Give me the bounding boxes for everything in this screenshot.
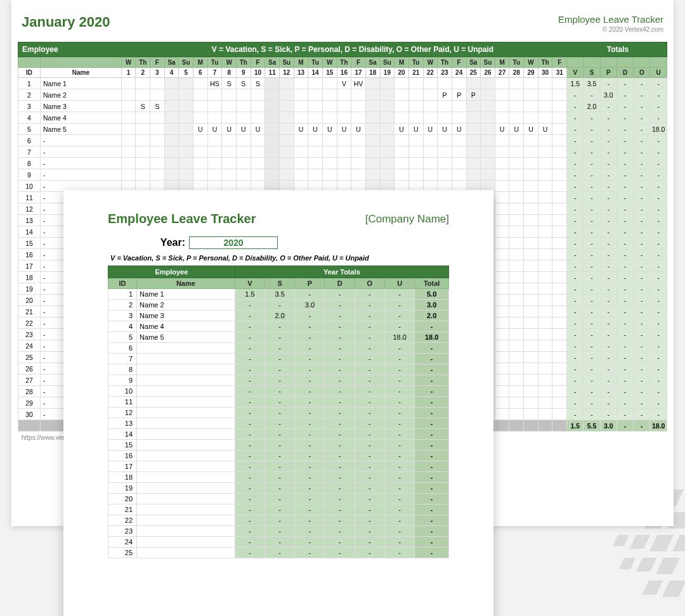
day-cell[interactable] — [294, 158, 308, 169]
day-cell[interactable] — [509, 260, 524, 272]
day-cell[interactable] — [509, 146, 524, 158]
day-cell[interactable] — [279, 124, 294, 135]
day-cell[interactable] — [538, 272, 552, 283]
day-cell[interactable] — [308, 169, 323, 181]
day-cell[interactable] — [322, 158, 337, 169]
day-cell[interactable] — [308, 146, 323, 158]
day-cell[interactable] — [294, 89, 308, 101]
day-cell[interactable] — [193, 89, 208, 101]
row-name[interactable] — [137, 354, 235, 364]
day-cell[interactable]: U — [395, 124, 409, 135]
day-cell[interactable] — [251, 101, 265, 112]
day-cell[interactable] — [552, 249, 567, 260]
day-cell[interactable] — [179, 146, 193, 158]
day-cell[interactable] — [150, 169, 165, 181]
day-cell[interactable] — [121, 89, 136, 101]
row-name[interactable] — [137, 451, 235, 461]
day-cell[interactable] — [150, 112, 165, 124]
day-cell[interactable] — [380, 124, 395, 135]
day-cell[interactable]: U — [222, 124, 237, 135]
day-cell[interactable] — [121, 101, 136, 112]
day-cell[interactable] — [322, 101, 337, 112]
day-cell[interactable]: S — [150, 101, 165, 112]
day-cell[interactable] — [524, 89, 538, 101]
day-cell[interactable] — [395, 78, 409, 89]
day-cell[interactable] — [408, 112, 423, 124]
row-name[interactable]: Name 5 — [137, 332, 235, 343]
day-cell[interactable] — [164, 101, 179, 112]
row-name[interactable] — [137, 504, 235, 515]
day-cell[interactable] — [524, 146, 538, 158]
day-cell[interactable] — [466, 112, 481, 124]
day-cell[interactable] — [495, 283, 509, 295]
day-cell[interactable] — [179, 135, 193, 146]
day-cell[interactable] — [337, 101, 351, 112]
day-cell[interactable] — [121, 146, 136, 158]
day-cell[interactable]: U — [423, 124, 438, 135]
day-cell[interactable] — [495, 181, 509, 192]
day-cell[interactable] — [509, 295, 524, 306]
day-cell[interactable] — [365, 112, 380, 124]
day-cell[interactable] — [408, 146, 423, 158]
day-cell[interactable] — [495, 340, 509, 352]
day-cell[interactable] — [308, 89, 323, 101]
day-cell[interactable]: U — [495, 124, 509, 135]
day-cell[interactable] — [466, 124, 481, 135]
day-cell[interactable] — [552, 352, 567, 363]
day-cell[interactable] — [524, 260, 538, 272]
day-cell[interactable] — [524, 340, 538, 352]
day-cell[interactable] — [395, 169, 409, 181]
day-cell[interactable] — [495, 249, 509, 260]
day-cell[interactable] — [495, 318, 509, 329]
row-name[interactable] — [137, 537, 235, 548]
day-cell[interactable] — [207, 158, 222, 169]
day-cell[interactable] — [308, 135, 323, 146]
day-cell[interactable] — [121, 158, 136, 169]
day-cell[interactable] — [538, 340, 552, 352]
day-cell[interactable] — [164, 158, 179, 169]
day-cell[interactable] — [136, 146, 150, 158]
day-cell[interactable] — [452, 135, 466, 146]
day-cell[interactable] — [509, 329, 524, 340]
day-cell[interactable] — [481, 89, 495, 101]
day-cell[interactable] — [193, 101, 208, 112]
day-cell[interactable] — [265, 101, 280, 112]
day-cell[interactable] — [150, 158, 165, 169]
day-cell[interactable] — [552, 181, 567, 192]
day-cell[interactable] — [481, 78, 495, 89]
day-cell[interactable] — [351, 135, 366, 146]
day-cell[interactable] — [524, 249, 538, 260]
day-cell[interactable] — [552, 329, 567, 340]
day-cell[interactable]: U — [524, 124, 538, 135]
day-cell[interactable] — [164, 124, 179, 135]
day-cell[interactable]: U — [294, 124, 308, 135]
day-cell[interactable]: U — [237, 124, 251, 135]
day-cell[interactable] — [337, 158, 351, 169]
day-cell[interactable] — [423, 89, 438, 101]
day-cell[interactable]: S — [251, 78, 265, 89]
day-cell[interactable] — [481, 169, 495, 181]
day-cell[interactable] — [365, 101, 380, 112]
day-cell[interactable] — [179, 158, 193, 169]
day-cell[interactable] — [495, 203, 509, 215]
day-cell[interactable] — [524, 409, 538, 420]
day-cell[interactable] — [524, 283, 538, 295]
day-cell[interactable] — [524, 238, 538, 249]
day-cell[interactable] — [452, 158, 466, 169]
day-cell[interactable] — [538, 158, 552, 169]
day-cell[interactable] — [207, 169, 222, 181]
day-cell[interactable] — [524, 226, 538, 238]
day-cell[interactable] — [222, 89, 237, 101]
day-cell[interactable] — [121, 169, 136, 181]
day-cell[interactable] — [495, 375, 509, 386]
day-cell[interactable] — [524, 215, 538, 226]
day-cell[interactable] — [136, 169, 150, 181]
day-cell[interactable] — [207, 101, 222, 112]
day-cell[interactable] — [150, 146, 165, 158]
day-cell[interactable] — [380, 158, 395, 169]
day-cell[interactable] — [265, 89, 280, 101]
day-cell[interactable] — [538, 192, 552, 203]
day-cell[interactable] — [322, 78, 337, 89]
day-cell[interactable] — [538, 78, 552, 89]
day-cell[interactable] — [408, 135, 423, 146]
